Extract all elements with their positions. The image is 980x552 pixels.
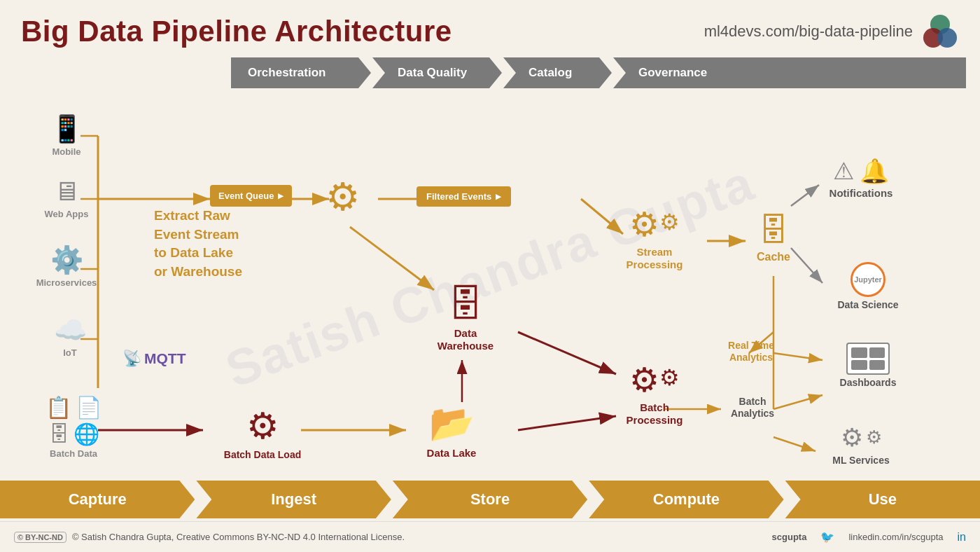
gear-stream-input: ⚙ bbox=[326, 174, 360, 219]
warning-icon: ⚠ bbox=[833, 157, 854, 185]
source-batch-data: 📋 📄 🗄 🌐 Batch Data bbox=[28, 395, 119, 460]
batch-analytics: Batch Analytics bbox=[718, 394, 788, 420]
iot-icon: ☁️ bbox=[54, 315, 87, 345]
cache-icon: 🗄 bbox=[758, 213, 789, 247]
stage-ingest: Ingest bbox=[196, 481, 391, 518]
filtered-events-label: Filtered Events bbox=[426, 191, 491, 202]
stage-store: Store bbox=[393, 481, 587, 518]
linkedin-text: linkedin.com/in/scgupta bbox=[848, 532, 943, 542]
data-science: Jupyter Data Science bbox=[822, 262, 913, 311]
webapps-icon: 🖥 bbox=[53, 177, 80, 207]
header-url: ml4devs.com/big-data-pipeline bbox=[704, 22, 913, 41]
linkedin-icon: in bbox=[958, 531, 966, 544]
dashboards-label: Dashboards bbox=[822, 377, 913, 389]
real-time-analytics: Real Time Analytics bbox=[713, 338, 790, 364]
footer: © BY-NC-ND © Satish Chandra Gupta, Creat… bbox=[0, 521, 980, 552]
notifications-label: Notifications bbox=[816, 187, 906, 200]
banner-data-quality: Data Quality bbox=[372, 57, 502, 88]
batch-doc-icon: 📄 bbox=[76, 395, 102, 420]
cache: 🗄 Cache bbox=[742, 213, 805, 263]
microservices-icon: ⚙️ bbox=[50, 244, 83, 275]
ml-services: ⚙ ⚙ ML Services bbox=[816, 423, 906, 467]
batch-analytics-label: Batch Analytics bbox=[718, 396, 788, 420]
svg-line-28 bbox=[774, 437, 816, 451]
header: Big Data Pipeline Architecture ml4devs.c… bbox=[0, 0, 980, 57]
iot-label: IoT bbox=[63, 347, 77, 359]
batch-load-gear-icon: ⚙ bbox=[246, 406, 279, 446]
data-science-label: Data Science bbox=[822, 299, 913, 311]
stream-processing: ⚙ ⚙ Stream Processing bbox=[612, 205, 696, 271]
batch-table-icon: 📋 bbox=[46, 395, 71, 420]
event-queue: Event Queue ▶ bbox=[210, 185, 292, 207]
banner-catalog: Catalog bbox=[503, 57, 612, 88]
batch-db-icon: 🗄 bbox=[48, 422, 69, 446]
filtered-events: Filtered Events ▶ bbox=[416, 186, 511, 207]
stage-compute: Compute bbox=[589, 481, 783, 518]
source-microservices: ⚙️ Microservices bbox=[24, 244, 108, 289]
stream-processing-label: Stream Processing bbox=[612, 246, 696, 271]
batch-proc-gear-1: ⚙ bbox=[629, 360, 659, 399]
batch-data-load-label: Batch Data Load bbox=[220, 449, 304, 461]
footer-copyright: © Satish Chandra Gupta, Creative Commons… bbox=[72, 532, 405, 542]
data-warehouse: 🗄 Data Warehouse bbox=[427, 283, 504, 352]
logo-icon bbox=[921, 13, 959, 50]
footer-social: scgupta 🐦 linkedin.com/in/scgupta in bbox=[772, 530, 966, 544]
batch-data-label: Batch Data bbox=[50, 448, 97, 460]
banner-governance: Governance bbox=[613, 57, 966, 88]
page-title: Big Data Pipeline Architecture bbox=[21, 15, 452, 48]
stage-use: Use bbox=[785, 481, 980, 518]
mqtt-label: 📡 MQTT bbox=[122, 350, 186, 368]
source-mobile: 📱 Mobile bbox=[35, 113, 98, 158]
main-container: Satish Chandra Gupta Big Data Pipeline A… bbox=[0, 0, 980, 552]
event-queue-label: Event Queue bbox=[218, 191, 274, 201]
cc-icon: © bbox=[18, 533, 23, 541]
dashboards: Dashboards bbox=[822, 343, 913, 389]
stream-gear-icon-2: ⚙ bbox=[659, 209, 680, 244]
data-warehouse-icon: 🗄 bbox=[447, 284, 484, 324]
batch-processing: ⚙ ⚙ Batch Processing bbox=[612, 360, 696, 427]
twitter-icon: 🐦 bbox=[820, 530, 834, 544]
ml-services-label: ML Services bbox=[816, 455, 906, 467]
svg-line-26 bbox=[518, 416, 616, 430]
ml-gear-icon-2: ⚙ bbox=[866, 427, 882, 453]
data-lake-label: Data Lake bbox=[413, 447, 490, 460]
pipeline-bar: Capture Ingest Store Compute Use bbox=[0, 481, 980, 518]
ml-gear-icon-1: ⚙ bbox=[841, 423, 863, 453]
cc-badge: © BY-NC-ND bbox=[14, 532, 66, 543]
notifications: ⚠ 🔔 Notifications bbox=[816, 157, 906, 200]
diagram-area: 📱 Mobile 🖥 Web Apps ⚙️ Microservices ☁️ … bbox=[14, 94, 966, 472]
mobile-icon: 📱 bbox=[50, 113, 83, 144]
svg-point-2 bbox=[937, 28, 957, 48]
extract-text: Extract Raw Event Stream to Data Lake or… bbox=[154, 206, 273, 281]
batch-proc-gear-2: ⚙ bbox=[659, 364, 680, 399]
svg-line-16 bbox=[791, 185, 819, 206]
batch-globe-icon: 🌐 bbox=[74, 422, 99, 446]
data-lake: 📂 Data Lake bbox=[413, 402, 490, 460]
microservices-label: Microservices bbox=[36, 277, 97, 289]
batch-processing-label: Batch Processing bbox=[612, 401, 696, 427]
webapps-label: Web Apps bbox=[45, 209, 89, 220]
svg-line-17 bbox=[350, 227, 434, 290]
batch-data-load: ⚙ Batch Data Load bbox=[220, 405, 304, 461]
scgupta-text: scgupta bbox=[772, 532, 807, 542]
bell-icon: 🔔 bbox=[860, 157, 889, 185]
gear-input-icon: ⚙ bbox=[326, 175, 360, 219]
data-warehouse-label: Data Warehouse bbox=[427, 327, 504, 352]
svg-line-18 bbox=[518, 332, 616, 374]
banner-orchestration: Orchestration bbox=[231, 57, 371, 88]
mobile-label: Mobile bbox=[52, 146, 80, 158]
source-iot: ☁️ IoT bbox=[42, 315, 98, 359]
data-lake-icon: 📂 bbox=[429, 403, 475, 443]
stage-capture: Capture bbox=[0, 481, 195, 518]
real-time-analytics-label: Real Time Analytics bbox=[713, 340, 790, 364]
cache-label: Cache bbox=[742, 250, 805, 263]
source-webapps: 🖥 Web Apps bbox=[28, 177, 105, 220]
stream-gear-icon-1: ⚙ bbox=[629, 205, 659, 244]
header-right: ml4devs.com/big-data-pipeline bbox=[704, 13, 959, 50]
cc-label: BY-NC-ND bbox=[25, 533, 63, 541]
